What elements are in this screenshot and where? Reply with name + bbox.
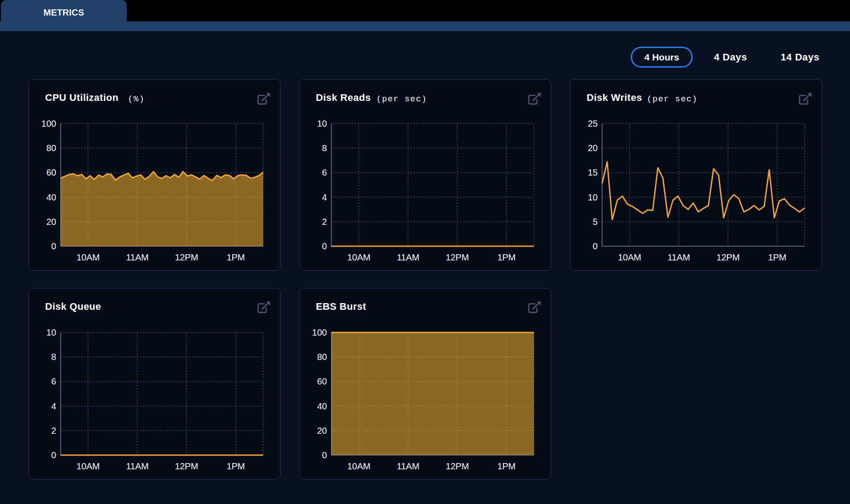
svg-text:12PM: 12PM bbox=[175, 461, 198, 471]
svg-text:12PM: 12PM bbox=[445, 461, 469, 471]
svg-text:2: 2 bbox=[51, 425, 56, 435]
svg-text:100: 100 bbox=[312, 328, 327, 337]
svg-text:12PM: 12PM bbox=[445, 252, 469, 262]
svg-text:0: 0 bbox=[593, 241, 597, 251]
svg-text:10AM: 10AM bbox=[347, 252, 370, 262]
svg-text:1PM: 1PM bbox=[497, 461, 516, 471]
svg-text:1PM: 1PM bbox=[497, 252, 516, 262]
svg-text:8: 8 bbox=[322, 143, 327, 153]
svg-text:12PM: 12PM bbox=[716, 252, 739, 262]
svg-text:12PM: 12PM bbox=[175, 252, 198, 262]
svg-text:0: 0 bbox=[322, 450, 327, 460]
svg-text:60: 60 bbox=[46, 168, 56, 177]
svg-text:11AM: 11AM bbox=[397, 252, 419, 262]
svg-text:2: 2 bbox=[322, 217, 327, 227]
svg-text:10AM: 10AM bbox=[618, 252, 641, 262]
svg-text:4: 4 bbox=[51, 401, 56, 411]
svg-text:1PM: 1PM bbox=[227, 252, 245, 262]
svg-text:100: 100 bbox=[41, 119, 56, 128]
svg-text:5: 5 bbox=[593, 217, 597, 227]
svg-text:40: 40 bbox=[46, 192, 56, 202]
svg-text:1PM: 1PM bbox=[227, 461, 245, 471]
svg-text:15: 15 bbox=[588, 168, 597, 177]
svg-text:80: 80 bbox=[46, 143, 56, 153]
svg-text:10: 10 bbox=[46, 328, 56, 337]
svg-text:10AM: 10AM bbox=[76, 461, 100, 471]
svg-text:11AM: 11AM bbox=[397, 461, 419, 471]
svg-text:8: 8 bbox=[51, 352, 56, 362]
svg-text:10: 10 bbox=[317, 119, 327, 128]
svg-text:10AM: 10AM bbox=[347, 461, 370, 471]
svg-text:4: 4 bbox=[322, 192, 327, 202]
svg-text:11AM: 11AM bbox=[126, 252, 148, 262]
svg-text:0: 0 bbox=[322, 241, 327, 251]
svg-text:0: 0 bbox=[51, 450, 56, 460]
svg-text:20: 20 bbox=[588, 143, 597, 153]
svg-text:80: 80 bbox=[317, 352, 327, 362]
svg-text:20: 20 bbox=[46, 217, 56, 227]
svg-text:6: 6 bbox=[51, 376, 56, 386]
svg-text:11AM: 11AM bbox=[667, 252, 690, 262]
svg-text:1PM: 1PM bbox=[768, 252, 786, 262]
svg-text:10AM: 10AM bbox=[76, 252, 100, 262]
svg-text:25: 25 bbox=[588, 119, 597, 128]
svg-text:10: 10 bbox=[588, 192, 597, 202]
svg-text:20: 20 bbox=[317, 425, 327, 435]
svg-text:40: 40 bbox=[317, 401, 327, 411]
svg-text:11AM: 11AM bbox=[126, 461, 148, 471]
svg-text:60: 60 bbox=[317, 376, 327, 386]
svg-text:0: 0 bbox=[51, 241, 56, 251]
svg-text:6: 6 bbox=[322, 168, 327, 177]
